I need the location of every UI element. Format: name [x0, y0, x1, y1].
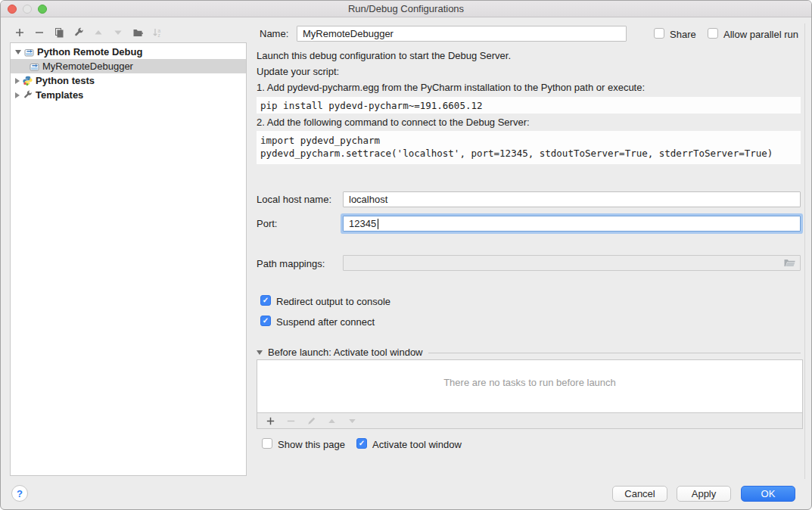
browse-path-mappings-button[interactable]: [783, 257, 796, 270]
port-label: Port:: [257, 218, 277, 230]
window-title: Run/Debug Configurations: [1, 1, 811, 17]
close-button[interactable]: [8, 5, 17, 14]
minus-icon: [34, 27, 45, 38]
show-this-page-label[interactable]: Show this page: [278, 439, 345, 451]
arrow-down-icon: [113, 27, 123, 38]
run-debug-configurations-dialog: Run/Debug Configurations az: [0, 0, 812, 510]
run-config-icon: [30, 61, 39, 71]
allow-parallel-run-label[interactable]: Allow parallel run: [723, 29, 798, 41]
instruction-line-2: Update your script:: [257, 66, 339, 78]
folder-plus-icon: [132, 27, 144, 38]
before-launch-title: Before launch: Activate tool window: [268, 347, 423, 359]
task-list-toolbar: [257, 412, 802, 428]
empty-task-list-message: There are no tasks to run before launch: [257, 377, 802, 388]
share-label[interactable]: Share: [670, 29, 696, 41]
activate-tool-window-checkbox[interactable]: [356, 438, 367, 449]
apply-button[interactable]: Apply: [677, 486, 731, 502]
edit-templates-button[interactable]: [70, 25, 87, 40]
tree-item-myremotedebugger[interactable]: MyRemoteDebugger: [11, 59, 246, 73]
redirect-output-checkbox[interactable]: [260, 295, 271, 306]
collapse-caret-icon[interactable]: [15, 78, 20, 84]
run-config-icon: [24, 47, 34, 57]
share-checkbox[interactable]: [654, 28, 664, 39]
minus-icon: [286, 416, 296, 426]
section-divider: [428, 353, 801, 353]
tree-item-python-tests[interactable]: Python tests: [11, 73, 246, 88]
tree-item-templates[interactable]: Templates: [11, 88, 246, 102]
move-down-button[interactable]: [110, 25, 126, 40]
port-input[interactable]: [343, 216, 801, 232]
copy-icon: [54, 27, 64, 38]
collapse-caret-icon[interactable]: [15, 92, 20, 98]
local-host-name-label: Local host name:: [257, 194, 331, 206]
tree-item-label: MyRemoteDebugger: [42, 61, 133, 72]
edit-task-button[interactable]: [303, 413, 319, 428]
plus-icon: [14, 27, 25, 38]
wrench-icon: [23, 90, 33, 100]
zoom-button[interactable]: [38, 5, 47, 14]
arrow-up-icon: [327, 416, 337, 426]
pip-install-code: pip install pydevd-pycharm~=191.6605.12: [257, 97, 801, 114]
configurations-toolbar: az: [11, 25, 166, 40]
instruction-line-4: 2. Add the following command to connect …: [257, 117, 530, 129]
remove-configuration-button[interactable]: [31, 25, 48, 40]
name-input[interactable]: [297, 26, 627, 42]
plus-icon: [266, 416, 275, 426]
configurations-tree: Python Remote Debug MyRemoteDebugger Pyt…: [10, 42, 247, 476]
remove-task-button[interactable]: [282, 413, 299, 428]
new-folder-button[interactable]: [129, 25, 146, 40]
tree-item-python-remote-debug[interactable]: Python Remote Debug: [11, 45, 246, 59]
expand-caret-icon[interactable]: [15, 50, 21, 54]
sort-configurations-button[interactable]: az: [149, 25, 166, 40]
path-mappings-label: Path mappings:: [257, 258, 325, 270]
suspend-after-connect-checkbox[interactable]: [260, 316, 271, 326]
show-this-page-checkbox[interactable]: [262, 438, 272, 449]
minimize-button[interactable]: [23, 5, 32, 14]
settrace-code: import pydevd_pycharm pydevd_pycharm.set…: [257, 131, 801, 164]
panel-right-border: [804, 23, 805, 479]
tree-item-label: Python tests: [36, 75, 95, 86]
activate-tool-window-label[interactable]: Activate tool window: [372, 439, 462, 451]
name-label: Name:: [260, 28, 288, 40]
titlebar: Run/Debug Configurations: [1, 1, 811, 17]
add-task-button[interactable]: [262, 413, 278, 428]
sort-az-icon: az: [152, 27, 163, 38]
path-mappings-input[interactable]: [343, 255, 801, 271]
traffic-lights: [8, 5, 47, 14]
before-launch-section-header: Before launch: Activate tool window: [257, 347, 801, 359]
move-task-down-button[interactable]: [344, 413, 360, 428]
arrow-up-icon: [93, 27, 104, 38]
cancel-button[interactable]: Cancel: [612, 486, 667, 502]
instruction-line-3: 1. Add pydevd-pycharm.egg from the PyCha…: [257, 82, 645, 94]
open-folder-icon: [783, 257, 796, 268]
svg-text:z: z: [158, 33, 160, 38]
instruction-line-1: Launch this debug configuration to start…: [257, 50, 511, 62]
wrench-icon: [73, 27, 84, 38]
suspend-after-connect-label[interactable]: Suspend after connect: [276, 316, 375, 328]
ok-button[interactable]: OK: [741, 486, 795, 502]
text-cursor: [378, 219, 378, 229]
redirect-output-label[interactable]: Redirect output to console: [276, 296, 390, 308]
pencil-icon: [306, 416, 316, 426]
copy-configuration-button[interactable]: [51, 25, 67, 40]
help-button[interactable]: ?: [11, 485, 28, 502]
tree-item-label: Python Remote Debug: [37, 46, 142, 58]
before-launch-task-list[interactable]: There are no tasks to run before launch: [257, 359, 803, 429]
allow-parallel-run-checkbox[interactable]: [708, 28, 718, 39]
section-collapse-caret-icon[interactable]: [257, 350, 263, 355]
move-up-button[interactable]: [90, 25, 107, 40]
tree-item-label: Templates: [36, 89, 83, 101]
local-host-name-input[interactable]: [343, 191, 801, 207]
add-configuration-button[interactable]: [11, 25, 28, 40]
arrow-down-icon: [347, 416, 357, 426]
python-icon: [23, 76, 33, 86]
move-task-up-button[interactable]: [323, 413, 340, 428]
